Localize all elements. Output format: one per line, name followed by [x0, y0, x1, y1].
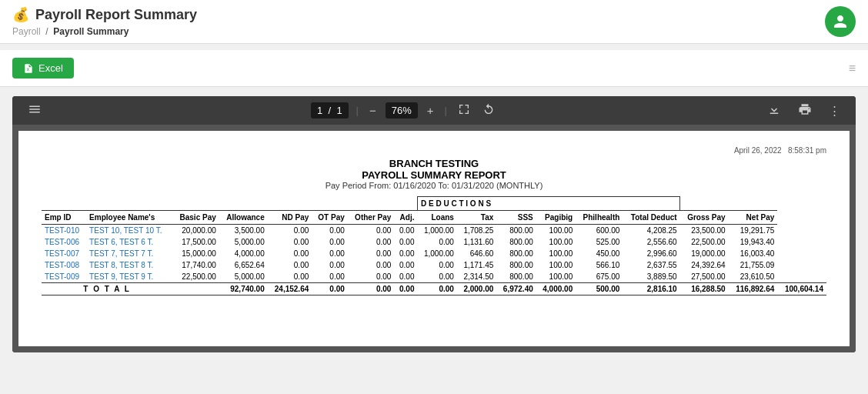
pdf-page-current: 1 / 1 [311, 102, 349, 119]
pdf-menu-button[interactable] [25, 101, 45, 120]
avatar[interactable] [825, 6, 856, 37]
toolbar-menu-icon[interactable]: ≡ [849, 62, 856, 75]
col-allowance: Allowance [219, 211, 268, 225]
toolbar: Excel ≡ [0, 50, 868, 87]
table-row: TEST-010TEST 10, TEST 10 T.20,000.003,50… [42, 225, 826, 237]
breadcrumb: Payroll / Payroll Summary [12, 26, 197, 37]
col-loans: Loans [417, 211, 456, 225]
col-ot-pay: OT Pay [312, 211, 348, 225]
pdf-divider-1: | [356, 105, 359, 116]
breadcrumb-current: Payroll Summary [53, 26, 129, 37]
pdf-content-area[interactable]: April 26, 2022 8:58:31 pm BRANCH TESTING… [12, 125, 856, 352]
table-row: TEST-006TEST 6, TEST 6 T.17,500.005,000.… [42, 236, 826, 248]
total-row: T O T A L92,740.0024,152.640.000.000.000… [42, 283, 826, 296]
pdf-zoom-in-button[interactable]: + [424, 102, 437, 119]
pdf-download-button[interactable] [764, 101, 784, 120]
company-name: BRANCH TESTING [42, 158, 826, 169]
app-title: 💰 Payroll Report Summary [12, 6, 197, 23]
excel-label: Excel [38, 62, 63, 74]
pay-period: Pay Period From: 01/16/2020 To: 01/31/20… [42, 181, 826, 190]
col-nd-pay: ND Pay [268, 211, 312, 225]
col-pagibig: Pagibig [536, 211, 576, 225]
page-title: Payroll Report Summary [35, 7, 197, 23]
header-left: 💰 Payroll Report Summary Payroll / Payro… [12, 6, 197, 37]
col-adj: Adj. [394, 211, 417, 225]
payroll-table: D E D U C T I O N S Emp ID Employee Name… [42, 196, 826, 296]
col-name: Employee Name's [86, 211, 172, 225]
pdf-more-button[interactable]: ⋮ [826, 102, 843, 119]
pdf-rotate-button[interactable] [479, 102, 498, 119]
pdf-toolbar-right: ⋮ [764, 101, 843, 120]
col-gross-pay: Gross Pay [680, 211, 729, 225]
report-date: April 26, 2022 8:58:31 pm [42, 146, 826, 155]
payroll-icon: 💰 [12, 6, 29, 23]
excel-button[interactable]: Excel [12, 58, 74, 78]
pdf-zoom-level: 76% [386, 102, 418, 119]
pdf-print-button[interactable] [795, 101, 815, 120]
pdf-viewer: 1 / 1 | − 76% + | ⋮ [12, 96, 856, 352]
col-other-pay: Other Pay [348, 211, 395, 225]
col-basic-pay: Basic Pay [172, 211, 219, 225]
table-row: TEST-007TEST 7, TEST 7 T.15,000.004,000.… [42, 248, 826, 259]
pdf-toolbar-left [25, 101, 45, 120]
pdf-page: April 26, 2022 8:58:31 pm BRANCH TESTING… [18, 131, 850, 346]
col-tax: Tax [457, 211, 496, 225]
pdf-zoom-out-button[interactable]: − [366, 102, 379, 119]
report-title: PAYROLL SUMMARY REPORT [42, 169, 826, 181]
app-header: 💰 Payroll Report Summary Payroll / Payro… [0, 0, 868, 44]
report-header: BRANCH TESTING PAYROLL SUMMARY REPORT Pa… [42, 158, 826, 190]
col-sss: SSS [496, 211, 536, 225]
pdf-toolbar: 1 / 1 | − 76% + | ⋮ [12, 96, 856, 125]
pdf-toolbar-center: 1 / 1 | − 76% + | [311, 102, 498, 119]
col-net-pay: Net Pay [729, 211, 778, 225]
table-row: TEST-008TEST 8, TEST 8 T.17,740.006,652.… [42, 259, 826, 271]
pdf-divider-2: | [445, 105, 447, 116]
pdf-fit-button[interactable] [455, 102, 473, 119]
col-emp-id: Emp ID [42, 211, 86, 225]
table-row: TEST-009TEST 9, TEST 9 T.22,500.005,000.… [42, 271, 826, 283]
breadcrumb-parent[interactable]: Payroll [12, 26, 41, 37]
col-total-deduct: Total Deduct [623, 211, 679, 225]
col-philhealth: Philhealth [576, 211, 623, 225]
deductions-header: D E D U C T I O N S [417, 197, 679, 211]
